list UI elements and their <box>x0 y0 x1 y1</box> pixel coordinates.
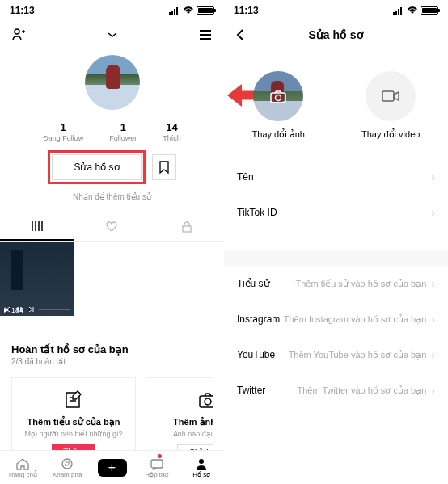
chevron-right-icon: › <box>431 384 435 397</box>
svg-point-11 <box>199 459 204 464</box>
tab-private[interactable] <box>150 213 224 241</box>
signal-icon <box>393 6 404 15</box>
add-user-icon[interactable] <box>11 27 26 42</box>
bio-hint[interactable]: Nhấn để thêm tiểu sử <box>0 192 224 201</box>
section-gap <box>224 250 448 266</box>
content-tabs <box>0 213 224 242</box>
video-circle <box>366 71 416 121</box>
svg-rect-2 <box>174 9 175 15</box>
card-title: Hoàn tất hồ sơ của bạn <box>11 343 213 356</box>
fields-group-1: Tên › TikTok ID › <box>224 159 448 230</box>
menu-icon[interactable] <box>198 29 213 40</box>
edit-row: Sửa hồ sơ <box>0 150 224 184</box>
status-time: 11:13 <box>234 5 259 16</box>
nav-inbox[interactable]: Hộp thư <box>134 451 179 484</box>
svg-point-8 <box>205 398 211 405</box>
stat-followers[interactable]: 1Follower <box>109 121 137 142</box>
wifi-icon <box>407 6 418 15</box>
battery-icon <box>197 6 214 15</box>
inbox-icon <box>150 457 164 470</box>
video-icon <box>381 89 400 103</box>
camera-icon <box>197 389 213 410</box>
nav-create[interactable]: + <box>90 451 134 484</box>
svg-rect-5 <box>183 226 191 232</box>
stat-likes[interactable]: 14Thích <box>163 121 181 142</box>
change-photo[interactable]: Thay đổi ảnh <box>252 71 305 140</box>
video-label: Thay đổi video <box>361 129 420 140</box>
field-tiktok-id[interactable]: TikTok ID › <box>224 195 448 230</box>
back-icon[interactable] <box>235 27 245 42</box>
field-youtube[interactable]: YouTube Thêm YouTube vào hồ sơ của bạn › <box>224 337 448 372</box>
svg-rect-10 <box>151 460 163 468</box>
profile-avatar[interactable] <box>85 55 140 110</box>
field-twitter[interactable]: Twitter Thêm Twitter vào hồ sơ của bạn › <box>224 372 448 408</box>
battery-icon <box>421 6 438 15</box>
media-row: Thay đổi ảnh Thay đổi video <box>224 71 448 140</box>
profile-screen: 11:13 1Đang Follow 1Follower 14Thích Sửa… <box>0 0 224 484</box>
video-views: 184 <box>3 306 23 314</box>
status-icons <box>169 6 214 15</box>
edit-profile-button[interactable]: Sửa hồ sơ <box>52 154 141 180</box>
status-bar: 11:13 <box>0 0 224 21</box>
home-icon <box>15 457 30 470</box>
bookmark-icon <box>158 161 170 174</box>
signal-icon <box>169 6 180 15</box>
svg-rect-13 <box>395 11 397 15</box>
status-bar: 11:13 <box>224 0 448 21</box>
wifi-icon <box>183 6 194 15</box>
field-name[interactable]: Tên › <box>224 159 448 195</box>
top-bar: Sửa hồ sơ <box>224 21 448 48</box>
top-bar <box>0 21 224 48</box>
grid-icon <box>31 221 44 232</box>
nav-home[interactable]: Trang chủ <box>0 451 44 484</box>
card-subtitle: 2/3 đã hoàn tất <box>11 357 213 366</box>
chevron-right-icon: › <box>431 348 435 361</box>
profile-icon <box>194 457 209 470</box>
photo-label: Thay đổi ảnh <box>252 129 305 140</box>
svg-point-17 <box>276 95 281 101</box>
play-icon <box>3 307 10 314</box>
page-title: Sửa hồ sơ <box>308 28 363 41</box>
fields-group-2: Tiểu sử Thêm tiểu sử vào hồ sơ của bạn ›… <box>224 266 448 408</box>
nav-profile[interactable]: Hồ sơ <box>180 451 224 484</box>
svg-rect-3 <box>176 7 178 15</box>
svg-point-9 <box>62 459 72 469</box>
chevron-right-icon: › <box>431 206 435 219</box>
profile-stats: 1Đang Follow 1Follower 14Thích <box>0 121 224 142</box>
tab-grid[interactable] <box>0 213 74 241</box>
edit-highlight: Sửa hồ sơ <box>48 150 145 184</box>
chevron-right-icon: › <box>431 170 435 183</box>
svg-rect-0 <box>169 12 171 15</box>
create-button[interactable]: + <box>98 459 127 477</box>
video-thumb[interactable] <box>0 242 74 316</box>
svg-rect-14 <box>398 9 399 15</box>
bottom-nav: Trang chủ Khám phá + Hộp thư Hồ sơ <box>0 450 224 484</box>
chevron-right-icon: › <box>431 277 435 290</box>
nav-discover[interactable]: Khám phá <box>44 451 89 484</box>
svg-rect-15 <box>400 7 402 15</box>
heart-icon <box>105 221 118 233</box>
svg-rect-18 <box>382 91 394 101</box>
svg-rect-12 <box>393 12 395 15</box>
bio-edit-icon <box>63 389 84 410</box>
bookmark-button[interactable] <box>152 154 176 180</box>
field-instagram[interactable]: Instagram Thêm Instagram vào hồ sơ của b… <box>224 301 448 337</box>
change-video[interactable]: Thay đổi video <box>361 71 420 140</box>
inbox-badge <box>158 454 162 458</box>
camera-icon <box>269 89 287 103</box>
svg-rect-1 <box>171 11 173 15</box>
chevron-down-icon[interactable] <box>107 32 118 38</box>
svg-point-4 <box>15 29 19 34</box>
status-icons <box>393 6 438 15</box>
status-time: 11:13 <box>10 5 35 16</box>
edit-profile-screen: 11:13 Sửa hồ sơ Thay đổi ảnh Thay đổi vi… <box>224 0 448 484</box>
tab-liked[interactable] <box>74 213 149 241</box>
discover-icon <box>60 457 74 470</box>
photo-circle <box>253 71 303 121</box>
stat-following[interactable]: 1Đang Follow <box>43 121 83 142</box>
lock-icon <box>181 221 192 233</box>
next-icon <box>27 306 34 313</box>
field-bio[interactable]: Tiểu sử Thêm tiểu sử vào hồ sơ của bạn › <box>224 266 448 301</box>
video-grid: 184 <box>0 242 224 316</box>
progress-bar <box>39 309 70 310</box>
